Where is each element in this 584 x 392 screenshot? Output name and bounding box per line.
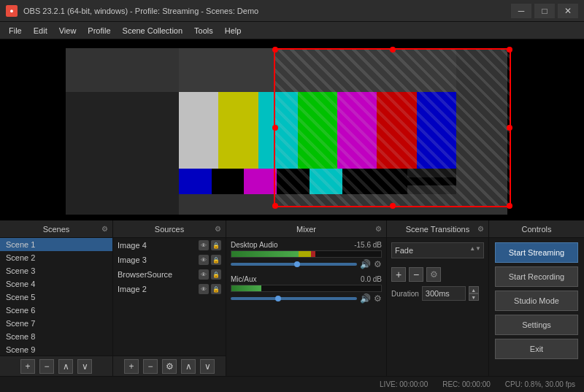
duration-input[interactable] — [422, 286, 466, 301]
preview-area — [0, 39, 584, 220]
controls-panel: Controls Start Streaming Start Recording… — [489, 220, 584, 376]
exit-button[interactable]: Exit — [495, 339, 578, 359]
scene-item[interactable]: Scene 2 — [0, 251, 112, 264]
transition-settings-button[interactable]: ⚙ — [426, 267, 441, 282]
scenes-config-icon[interactable]: ⚙ — [101, 225, 108, 233]
mic-settings-icon[interactable]: ⚙ — [374, 293, 382, 304]
desktop-slider-thumb[interactable] — [294, 261, 300, 267]
scene-item[interactable]: Scene 8 — [0, 330, 112, 343]
source-item[interactable]: Image 2 👁 🔒 — [113, 282, 226, 296]
scenes-list: Scene 1 Scene 2 Scene 3 Scene 4 Scene 5 … — [0, 238, 112, 356]
title-bar: ● OBS 23.2.1 (64-bit, windows) - Profile… — [0, 0, 584, 22]
source-item[interactable]: Image 3 👁 🔒 — [113, 253, 226, 267]
scene-item[interactable]: Scene 6 — [0, 304, 112, 317]
transitions-panel: Scene Transitions ⚙ Fade Cut Swipe Slide… — [387, 220, 489, 376]
duration-down-button[interactable]: ▼ — [469, 293, 479, 301]
menu-edit[interactable]: Edit — [28, 22, 53, 39]
duration-label: Duration — [391, 290, 419, 298]
desktop-audio-slider[interactable] — [231, 263, 357, 266]
maximize-button[interactable]: □ — [534, 4, 555, 18]
scene-item[interactable]: Scene 3 — [0, 264, 112, 277]
sources-down-button[interactable]: ∨ — [200, 359, 215, 374]
sources-config-icon[interactable]: ⚙ — [215, 225, 221, 233]
controls-header: Controls — [489, 220, 584, 238]
title-text: OBS 23.2.1 (64-bit, windows) - Profile: … — [23, 7, 511, 15]
menu-file[interactable]: File — [3, 22, 28, 39]
scene-item[interactable]: Scene 1 — [0, 238, 112, 251]
desktop-settings-icon[interactable]: ⚙ — [374, 259, 382, 269]
meter-yellow-segment — [299, 251, 310, 257]
source-item[interactable]: Image 4 👁 🔒 — [113, 238, 226, 253]
transition-add-button[interactable]: + — [391, 267, 406, 282]
transition-type-select[interactable]: Fade Cut Swipe Slide — [391, 242, 484, 258]
source-lock-icon[interactable]: 🔒 — [211, 284, 221, 294]
bottom-area: Scenes ⚙ Scene 1 Scene 2 Scene 3 Scene 4… — [0, 220, 584, 376]
menu-help[interactable]: Help — [219, 22, 247, 39]
mic-slider-thumb[interactable] — [275, 296, 281, 301]
bar-yellow — [218, 92, 258, 169]
scene-item[interactable]: Scene 7 — [0, 317, 112, 330]
start-recording-button[interactable]: Start Recording — [495, 266, 578, 287]
status-bar: LIVE: 00:00:00 REC: 00:00:00 CPU: 0.8%, … — [0, 376, 584, 392]
scenes-panel: Scenes ⚙ Scene 1 Scene 2 Scene 3 Scene 4… — [0, 220, 113, 376]
close-button[interactable]: ✕ — [558, 4, 578, 18]
sources-settings-button[interactable]: ⚙ — [162, 359, 177, 374]
mic-mute-icon[interactable]: 🔊 — [360, 293, 371, 304]
sources-add-button[interactable]: + — [124, 359, 139, 374]
scene-item[interactable]: Scene 4 — [0, 277, 112, 291]
settings-button[interactable]: Settings — [495, 315, 578, 335]
meter-green-segment — [231, 251, 299, 257]
mic-aux-slider[interactable] — [231, 297, 357, 300]
start-streaming-button[interactable]: Start Streaming — [495, 242, 578, 263]
sources-up-button[interactable]: ∧ — [181, 359, 196, 374]
desktop-audio-meter — [231, 250, 382, 258]
scenes-add-button[interactable]: + — [20, 359, 35, 374]
rec-status: REC: 00:00:00 — [442, 380, 491, 388]
source-lock-icon[interactable]: 🔒 — [211, 269, 221, 280]
source-visibility-icon[interactable]: 👁 — [199, 240, 209, 250]
sources-remove-button[interactable]: − — [143, 359, 158, 374]
bar-b1 — [179, 169, 212, 194]
menu-profile[interactable]: Profile — [82, 22, 116, 39]
scene-item[interactable]: Scene 9 — [0, 343, 112, 356]
transitions-content: Fade Cut Swipe Slide ▲▼ + − ⚙ Duration ▲… — [387, 238, 488, 376]
bar-b2 — [212, 169, 245, 194]
duration-up-button[interactable]: ▲ — [469, 286, 479, 293]
mic-aux-db: 0.0 dB — [361, 275, 382, 283]
studio-mode-button[interactable]: Studio Mode — [495, 291, 578, 311]
source-visibility-icon[interactable]: 👁 — [199, 269, 209, 280]
mixer-config-icon[interactable]: ⚙ — [375, 225, 382, 233]
source-lock-icon[interactable]: 🔒 — [211, 240, 221, 250]
mixer-content: Desktop Audio -15.6 dB 🔊 ⚙ — [226, 238, 386, 376]
sources-list: Image 4 👁 🔒 Image 3 👁 🔒 BrowserSource 👁 … — [113, 238, 226, 356]
app-icon: ● — [6, 5, 18, 17]
window-controls: ─ □ ✕ — [511, 4, 578, 18]
desktop-audio-label: Desktop Audio — [231, 241, 278, 249]
minimize-button[interactable]: ─ — [511, 4, 531, 18]
sources-header: Sources ⚙ — [113, 220, 226, 238]
controls-content: Start Streaming Start Recording Studio M… — [489, 238, 584, 376]
menu-tools[interactable]: Tools — [188, 22, 219, 39]
sources-panel: Sources ⚙ Image 4 👁 🔒 Image 3 👁 🔒 Browse… — [113, 220, 226, 376]
scenes-header: Scenes ⚙ — [0, 220, 112, 238]
transition-remove-button[interactable]: − — [409, 267, 423, 282]
scenes-remove-button[interactable]: − — [39, 359, 54, 374]
scene-item[interactable]: Scene 5 — [0, 291, 112, 304]
mixer-channel-mic: Mic/Aux 0.0 dB 🔊 ⚙ — [231, 275, 382, 304]
desktop-audio-db: -15.6 dB — [354, 241, 382, 249]
transitions-config-icon[interactable]: ⚙ — [477, 225, 484, 233]
menu-view[interactable]: View — [53, 22, 82, 39]
bar-gray — [179, 92, 218, 169]
transitions-header: Scene Transitions ⚙ — [387, 220, 488, 238]
selection-fill — [274, 48, 511, 207]
source-item[interactable]: BrowserSource 👁 🔒 — [113, 267, 226, 282]
source-visibility-icon[interactable]: 👁 — [199, 255, 209, 265]
desktop-mute-icon[interactable]: 🔊 — [360, 259, 371, 269]
source-visibility-icon[interactable]: 👁 — [199, 284, 209, 294]
scenes-footer: + − ∧ ∨ — [0, 356, 112, 376]
menu-scene-collection[interactable]: Scene Collection — [117, 22, 189, 39]
source-lock-icon[interactable]: 🔒 — [211, 255, 221, 265]
scenes-down-button[interactable]: ∨ — [77, 359, 92, 374]
scenes-up-button[interactable]: ∧ — [58, 359, 73, 374]
menu-bar: File Edit View Profile Scene Collection … — [0, 22, 584, 39]
